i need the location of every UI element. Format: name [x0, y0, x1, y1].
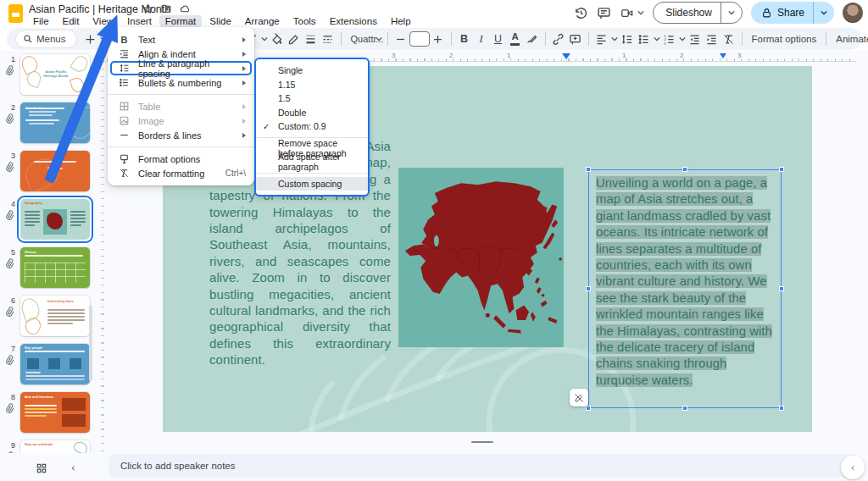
text-color-button[interactable]: A [507, 30, 524, 47]
menu-help[interactable]: Help [385, 15, 417, 27]
asia-map-image[interactable] [398, 168, 564, 347]
right-indent-marker[interactable] [720, 53, 726, 58]
bulleted-list-dropdown[interactable] [653, 30, 661, 47]
menu-tools[interactable]: Tools [287, 15, 322, 27]
pen-disabled-button[interactable] [570, 389, 588, 406]
clear-formatting-button[interactable] [721, 30, 737, 47]
format-menu-bullets-numbering[interactable]: Bullets & numbering [108, 75, 254, 90]
new-slide-button[interactable] [82, 30, 99, 47]
format-menu-line-paragraph-spacing[interactable]: Line & paragraph spacing [110, 61, 252, 75]
resize-handle-w[interactable] [586, 286, 591, 291]
star-icon[interactable] [142, 3, 153, 14]
slide-thumbnail-4-selected[interactable]: Geography [20, 199, 90, 240]
increase-indent-button[interactable] [704, 30, 721, 47]
side-panel-toggle-button[interactable] [841, 456, 865, 479]
fill-color-button[interactable] [269, 30, 286, 47]
underline-button[interactable]: U [490, 30, 507, 47]
account-avatar[interactable] [843, 3, 863, 23]
add-space-after-paragraph[interactable]: Add space after paragraph [256, 155, 368, 169]
align-button[interactable] [593, 30, 610, 47]
bulleted-list-button[interactable] [636, 30, 653, 47]
format-menu-clear-formatting[interactable]: Clear formatting Ctrl+\ [108, 166, 254, 180]
slide-thumbnail-9[interactable]: How we celebrate [20, 440, 90, 453]
slide-thumbnail-1[interactable]: Asian Pacific Heritage Month [20, 54, 90, 95]
font-size-input[interactable] [409, 31, 430, 47]
spacing-option-1-5[interactable]: 1.5 [256, 91, 368, 106]
highlight-color-button[interactable] [524, 30, 541, 47]
resize-handle-n[interactable] [682, 167, 687, 172]
slide-thumbnail-6[interactable]: Interesting facts [20, 296, 90, 336]
increase-font-size-button[interactable] [430, 30, 447, 47]
resize-handle-s[interactable] [682, 406, 687, 411]
resize-handle-ne[interactable] [779, 167, 784, 172]
cloud-status-icon[interactable] [179, 3, 192, 14]
share-dropdown[interactable] [813, 2, 834, 24]
numbered-list-button[interactable]: 123 [661, 30, 678, 47]
menu-arrange[interactable]: Arrange [239, 15, 286, 27]
border-weight-button[interactable] [303, 30, 320, 47]
version-history-icon[interactable] [574, 6, 588, 20]
italic-button[interactable]: I [473, 30, 490, 47]
spacing-option-double[interactable]: Double [256, 106, 368, 120]
numbered-list-dropdown[interactable] [678, 30, 687, 47]
slide-thumbnail-2[interactable]: Introduction [20, 102, 90, 143]
format-options-button[interactable]: Format options [747, 34, 822, 44]
meet-button[interactable] [620, 7, 644, 19]
paperclip-icon [3, 161, 16, 174]
collapse-filmstrip-button[interactable] [70, 463, 78, 473]
format-menu-borders-lines[interactable]: Borders & lines [108, 128, 254, 142]
chevron-down-icon [728, 9, 735, 16]
move-folder-icon[interactable] [160, 3, 172, 14]
menu-edit[interactable]: Edit [57, 15, 86, 27]
insert-link-button[interactable] [550, 30, 567, 47]
font-family-dropdown[interactable] [375, 30, 383, 47]
slide-thumbnail-7[interactable]: Key people [20, 344, 90, 384]
resize-handle-e[interactable] [779, 286, 784, 291]
menu-slide[interactable]: Slide [203, 15, 237, 27]
notes-resize-handle[interactable] [471, 441, 493, 443]
border-color-button[interactable] [286, 30, 303, 47]
align-dropdown[interactable] [610, 30, 619, 47]
speaker-notes-bar: Click to add speaker notes [93, 451, 868, 481]
bold-button[interactable]: B [456, 30, 473, 47]
slideshow-dropdown[interactable] [721, 3, 742, 23]
speaker-notes-input[interactable]: Click to add speaker notes [108, 454, 858, 478]
menu-file[interactable]: File [27, 15, 55, 27]
resize-handle-nw[interactable] [586, 167, 591, 172]
slideshow-button[interactable]: Slideshow [653, 2, 743, 24]
format-menu-text[interactable]: B Text [108, 32, 254, 47]
slides-logo-icon[interactable] [8, 4, 23, 23]
spacing-option-1-15[interactable]: 1.15 [256, 78, 368, 92]
add-comment-button[interactable] [567, 30, 584, 47]
resize-handle-se[interactable] [779, 406, 784, 411]
menu-extensions[interactable]: Extensions [324, 15, 383, 27]
slide-thumbnail-5[interactable]: History [20, 247, 90, 288]
grid-view-button[interactable] [36, 462, 47, 474]
font-family-select[interactable]: Quattr... [346, 34, 375, 44]
menus-search-button[interactable]: Menus [15, 30, 77, 48]
decrease-indent-button[interactable] [687, 30, 704, 47]
menu-insert[interactable]: Insert [121, 15, 158, 27]
border-dash-button[interactable] [320, 30, 337, 47]
new-slide-dropdown[interactable] [99, 30, 108, 47]
selected-text-box[interactable]: Unveiling a world on a page, a map of As… [588, 169, 782, 408]
line-tool-dropdown[interactable] [260, 30, 269, 47]
slide-thumbnail-3[interactable]: Overview [20, 151, 90, 191]
filmstrip-scrollbar[interactable] [89, 305, 92, 381]
line-spacing-button[interactable] [619, 30, 636, 47]
menu-view[interactable]: View [86, 15, 120, 27]
left-indent-marker[interactable] [562, 53, 570, 59]
format-menu-format-options[interactable]: Format options [108, 152, 254, 166]
resize-handle-sw[interactable] [586, 406, 591, 411]
decrease-font-size-button[interactable] [392, 30, 409, 47]
line-spacing-submenu: Single 1.15 1.5 Double ✓ Custom: 0.9 Rem… [254, 58, 370, 196]
slide-thumbnail-8[interactable]: Arts and literature [20, 392, 90, 433]
share-button[interactable]: Share [751, 2, 834, 24]
comments-icon[interactable] [597, 6, 611, 20]
spacing-option-custom-0-9[interactable]: ✓ Custom: 0.9 [256, 119, 368, 134]
animate-button[interactable]: Animate [831, 34, 868, 44]
custom-spacing-option[interactable]: Custom spacing [256, 177, 368, 191]
spacing-option-single[interactable]: Single [256, 64, 368, 78]
menu-format[interactable]: Format [159, 15, 202, 27]
vertical-ruler[interactable] [95, 62, 104, 453]
